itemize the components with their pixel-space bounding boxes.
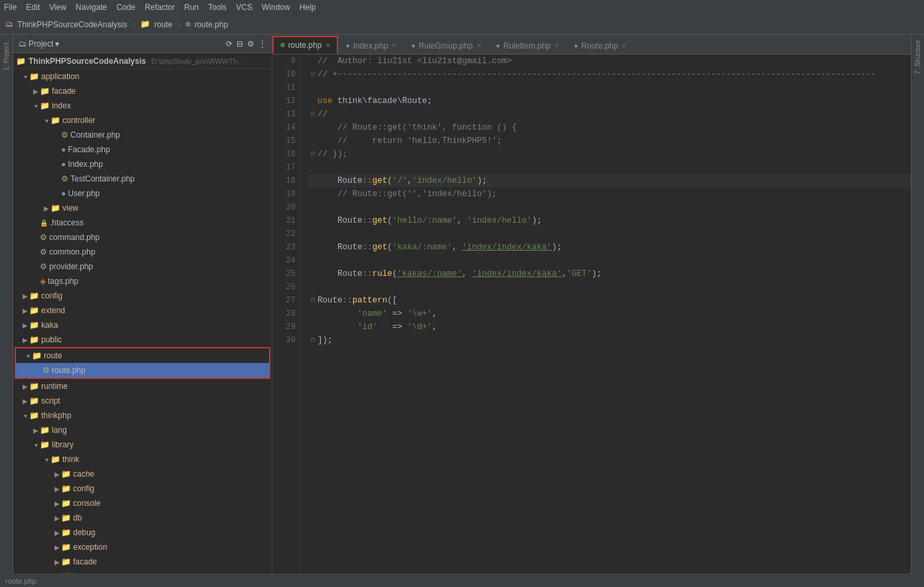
code-21-p2: ); [532, 214, 542, 227]
code-text-12-route: Route [403, 94, 428, 108]
menu-tools[interactable]: Tools [208, 3, 227, 12]
fold-30[interactable]: ⊟ [308, 334, 318, 347]
tree-item-common-php[interactable]: ⚙ common.php [13, 245, 272, 259]
menu-navigate[interactable]: Navigate [76, 3, 107, 12]
tree-item-htaccess[interactable]: 🔒 .htaccess [13, 215, 272, 230]
menu-help[interactable]: Help [300, 3, 316, 12]
tree-item-facade[interactable]: ▶ 📁 facade [13, 84, 272, 98]
tree-item-exception[interactable]: ▶ 📁 exception [13, 540, 272, 554]
tab-index-php[interactable]: ● Index.php ✕ [338, 37, 404, 54]
code-line-13: ⊟ // [308, 108, 911, 121]
folder-icon-facade: 📁 [40, 86, 50, 96]
toolbar-project-icon: 🗂 [5, 19, 13, 29]
fold-10[interactable]: ⊟ [308, 68, 318, 81]
tree-item-cache[interactable]: ▶ 📁 cache [13, 467, 272, 481]
tab-ruleitem-php[interactable]: ● RuleItem.php ✕ [489, 37, 567, 54]
tree-item-command-php[interactable]: ⚙ command.php [13, 230, 272, 245]
project-vertical-label[interactable]: 1: Project [3, 43, 10, 70]
tree-item-controller[interactable]: ▾ 📁 controller [13, 113, 272, 128]
tree-item-runtime[interactable]: ▶ 📁 runtime [13, 379, 272, 394]
menu-run[interactable]: Run [184, 3, 199, 12]
project-root[interactable]: 📁 ThinkPHPSourceCodeAnalysis D:\phpStudy… [13, 53, 272, 69]
code-editor[interactable]: 9 10 11 12 13 14 15 16 17 18 19 20 21 22… [272, 55, 911, 574]
tree-item-log[interactable]: ▶ 📁 log [13, 569, 272, 574]
tree-item-view[interactable]: ▶ 📁 view [13, 201, 272, 215]
menu-view[interactable]: View [49, 3, 66, 12]
tree-item-route[interactable]: ▾ 📁 route [16, 348, 269, 363]
code-18-str2: 'index/hello' [413, 174, 478, 187]
toolbar-project-name[interactable]: ThinkPHPSourceCodeAnalysis [17, 20, 127, 29]
tree-item-extend[interactable]: ▶ 📁 extend [13, 303, 272, 318]
tree-item-testcontainer[interactable]: ⚙ TestContainer.php [13, 172, 272, 186]
folder-icon-index: 📁 [40, 101, 50, 110]
collapse-icon[interactable]: ⊟ [236, 39, 243, 49]
menu-edit[interactable]: Edit [26, 3, 40, 12]
tab-route-class-close[interactable]: ✕ [621, 42, 626, 49]
folder-icon-console: 📁 [61, 499, 71, 508]
fold-16[interactable]: ⊟ [308, 148, 318, 161]
panel-header: 🗂 Project ▾ ⟳ ⊟ ⚙ ⋮ [13, 35, 272, 53]
tree-item-user-php[interactable]: ● User.php [13, 186, 272, 201]
tree-item-facade-php[interactable]: ● Facade.php [13, 142, 272, 157]
tree-item-application[interactable]: ▾ 📁 application [13, 69, 272, 84]
folder-icon-application: 📁 [29, 72, 39, 81]
label-public: public [41, 335, 62, 344]
tree-item-lang[interactable]: ▶ 📁 lang [13, 423, 272, 437]
tree-item-db[interactable]: ▶ 📁 db [13, 511, 272, 525]
tree-item-think[interactable]: ▾ 📁 think [13, 452, 272, 467]
tree-item-public[interactable]: ▶ 📁 public [13, 332, 272, 347]
structure-label[interactable]: 7: Structure [913, 37, 923, 77]
tree-item-thinkphp[interactable]: ▾ 📁 thinkphp [13, 408, 272, 423]
tree-item-container-php[interactable]: ⚙ Container.php [13, 128, 272, 142]
tab-ruleitem-close[interactable]: ✕ [554, 42, 559, 49]
status-text: route.php [5, 577, 36, 585]
fold-13[interactable]: ⊟ [308, 108, 318, 121]
project-folder-icon: 📁 [16, 57, 26, 66]
tree-item-kaka[interactable]: ▶ 📁 kaka [13, 318, 272, 332]
tree-item-route-php[interactable]: ⚙ route.php [16, 363, 269, 378]
tree-item-think-config[interactable]: ▶ 📁 config [13, 481, 272, 496]
ln-24: 24 [272, 254, 296, 267]
label-thinkphp: thinkphp [41, 411, 71, 420]
tree-item-think-facade[interactable]: ▶ 📁 facade [13, 554, 272, 569]
project-panel: 🗂 Project ▾ ⟳ ⊟ ⚙ ⋮ 📁 ThinkPHPSourceCode… [13, 35, 272, 574]
ln-11: 11 [272, 81, 296, 94]
tree-item-config[interactable]: ▶ 📁 config [13, 289, 272, 303]
code-line-9: // Author: liu21st <liu21st@gmail.com> [308, 55, 911, 68]
folder-icon-lang: 📁 [40, 425, 50, 435]
label-think-facade: facade [73, 557, 97, 566]
toolbar-file[interactable]: route.php [195, 20, 229, 29]
tab-route-php[interactable]: ⚙ route.php ✕ [272, 36, 338, 54]
arrow-index: ▾ [32, 102, 40, 110]
toolbar-folder[interactable]: route [154, 20, 172, 29]
gear-icon[interactable]: ⚙ [247, 39, 254, 49]
tree-item-provider-php[interactable]: ⚙ provider.php [13, 259, 272, 274]
menu-vcs[interactable]: VCS [236, 3, 252, 12]
more-icon[interactable]: ⋮ [258, 39, 266, 49]
arrow-controller: ▾ [43, 117, 50, 124]
project-dropdown[interactable]: 🗂 Project ▾ [19, 39, 59, 49]
tree-item-index-php[interactable]: ● Index.php [13, 157, 272, 172]
menu-file[interactable]: File [4, 3, 17, 12]
tab-rulegroup-php[interactable]: ● RuleGroup.php ✕ [404, 37, 488, 54]
tab-index-close[interactable]: ✕ [391, 42, 397, 49]
tree-item-index[interactable]: ▾ 📁 index [13, 98, 272, 113]
tab-route-class-php[interactable]: ● Route.php ✕ [567, 37, 634, 54]
label-route: route [44, 351, 62, 360]
menu-refactor[interactable]: Refactor [145, 3, 175, 12]
menu-window[interactable]: Window [262, 3, 290, 12]
sync-icon[interactable]: ⟳ [226, 39, 232, 49]
code-content[interactable]: // Author: liu21st <liu21st@gmail.com> ⊟… [300, 55, 911, 574]
tree-item-console[interactable]: ▶ 📁 console [13, 496, 272, 511]
tab-route-php-close[interactable]: ✕ [326, 41, 330, 49]
menu-code[interactable]: Code [116, 3, 136, 12]
code-18-p2: ); [477, 174, 487, 187]
tab-rulegroup-close[interactable]: ✕ [476, 42, 482, 49]
tree-item-script[interactable]: ▶ 📁 script [13, 394, 272, 408]
fold-27[interactable]: ⊟ [308, 294, 318, 307]
code-line-10: ⊟ // +----------------------------------… [308, 68, 911, 81]
tree-item-tags-php[interactable]: ◈ tags.php [13, 274, 272, 289]
tree-item-debug[interactable]: ▶ 📁 debug [13, 525, 272, 540]
tree-item-library[interactable]: ▾ 📁 library [13, 437, 272, 452]
arrow-extend: ▶ [21, 307, 29, 314]
